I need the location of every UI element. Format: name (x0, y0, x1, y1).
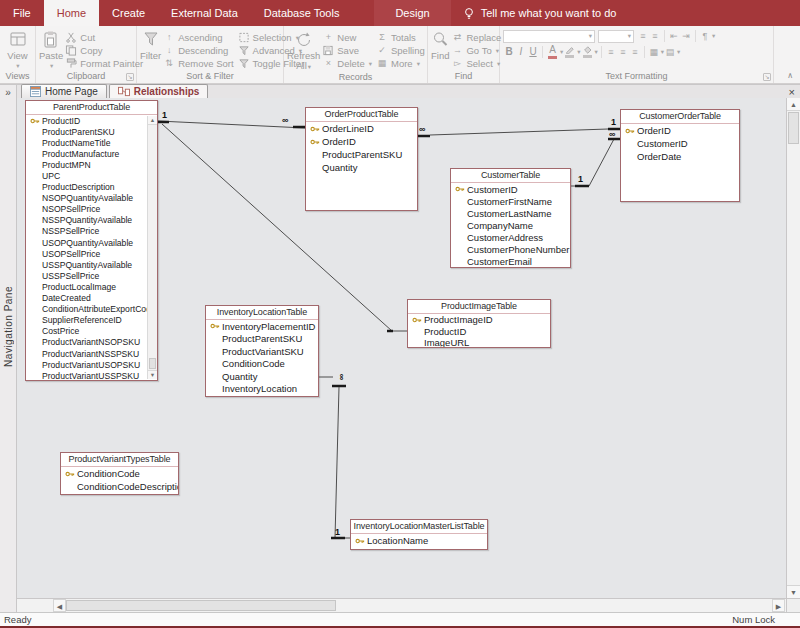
relationship-table[interactable]: InventoryLocationTableInventoryPlacement… (205, 305, 319, 397)
horizontal-scrollbar-thumb[interactable] (66, 600, 336, 611)
save-record-button[interactable]: Save (320, 44, 374, 57)
table-field-row[interactable]: ConditionCode (61, 467, 178, 480)
tell-me-box[interactable]: Tell me what you want to do (451, 0, 629, 26)
relationship-table[interactable]: ProductVariantTypesTableConditionCodeCon… (60, 452, 179, 495)
table-field-row[interactable]: InventoryLocation (206, 383, 318, 396)
gridlines-icon[interactable]: ▦ (648, 47, 660, 58)
find-button[interactable]: Find (431, 28, 449, 61)
table-field-row[interactable]: Quantity (306, 161, 417, 174)
relationship-table[interactable]: InventoryLocationMasterListTableLocation… (350, 519, 488, 550)
table-field-row[interactable]: CustomerID (451, 183, 570, 195)
table-field-row[interactable]: ProductNameTitle (26, 137, 157, 148)
table-field-row[interactable]: NSSPQuantityAvailable (26, 215, 157, 226)
relationship-line[interactable] (571, 139, 614, 186)
bullets-icon[interactable]: ≡ (637, 31, 649, 42)
table-field-row[interactable]: USOPQuantityAvailable (26, 237, 157, 248)
table-field-row[interactable]: USOPSellPrice (26, 248, 157, 259)
table-field-row[interactable]: OrderID (306, 135, 417, 148)
relationships-canvas[interactable]: ParentProductTableProductIDProductParent… (17, 98, 786, 598)
alternate-row-color-icon[interactable]: ▤ (664, 47, 676, 58)
font-color-button[interactable]: A (546, 45, 559, 59)
new-record-button[interactable]: + New (320, 31, 374, 44)
vertical-scrollbar[interactable]: ▲ ▼ (786, 98, 800, 598)
table-field-row[interactable]: USSPQuantityAvailable (26, 259, 157, 270)
table-scrollbar-thumb[interactable] (149, 358, 156, 369)
paste-button[interactable]: Paste ▾ (39, 28, 63, 71)
vertical-scrollbar-thumb[interactable] (788, 112, 799, 144)
scroll-down-icon[interactable]: ▼ (148, 370, 157, 379)
table-title[interactable]: InventoryLocationMasterListTable (351, 520, 487, 534)
table-field-row[interactable]: ImageURL (408, 337, 550, 348)
navigation-pane-collapsed[interactable]: » Navigation Pane (0, 84, 17, 612)
table-field-row[interactable]: CostPrice (26, 326, 157, 337)
table-field-row[interactable]: CustomerFirstName (451, 195, 570, 207)
bold-button[interactable]: B (503, 47, 515, 57)
table-field-row[interactable]: NSOPSellPrice (26, 204, 157, 215)
table-title[interactable]: ProductImageTable (408, 300, 550, 314)
table-field-row[interactable]: CustomerPhoneNumber (451, 243, 570, 255)
horizontal-scrollbar[interactable]: ◀ ▶ (17, 598, 786, 612)
table-field-row[interactable]: ProductID (408, 326, 550, 338)
table-title[interactable]: CustomerOrderTable (621, 110, 739, 124)
table-field-row[interactable]: ProductVariantUSSPSKU (26, 370, 157, 381)
relationship-table[interactable]: ParentProductTableProductIDProductParent… (25, 100, 158, 381)
table-field-row[interactable]: ConditionAttributeExportCode (26, 304, 157, 315)
cut-button[interactable]: Cut (63, 31, 145, 44)
align-right-icon[interactable]: ≡ (629, 47, 641, 58)
table-field-row[interactable]: ProductVariantNSSPSKU (26, 348, 157, 359)
tab-home[interactable]: Home (44, 0, 99, 26)
increase-indent-icon[interactable]: ⇥ (680, 31, 692, 42)
more-button[interactable]: ▦ More ▾ (374, 57, 427, 70)
copy-button[interactable]: Copy (63, 44, 145, 57)
scroll-left-icon[interactable]: ◀ (53, 599, 66, 612)
table-field-row[interactable]: ProductVariantSKU (206, 345, 318, 358)
relationship-table[interactable]: CustomerOrderTableOrderIDCustomerIDOrder… (620, 109, 740, 202)
filter-button[interactable]: Filter (140, 28, 161, 61)
table-scrollbar[interactable]: ▲▼ (147, 116, 157, 379)
font-name-combobox[interactable]: ▾ (503, 30, 595, 43)
tab-design[interactable]: Design (382, 0, 442, 26)
relationship-line[interactable] (430, 129, 608, 135)
table-title[interactable]: ParentProductTable (26, 101, 157, 115)
table-field-row[interactable]: LocationName (351, 534, 487, 547)
table-field-row[interactable]: ProductID (26, 115, 157, 126)
table-field-row[interactable]: OrderID (621, 124, 739, 137)
table-title[interactable]: CustomerTable (451, 169, 570, 183)
select-button[interactable]: ▻ Select ▾ (449, 57, 503, 70)
table-field-row[interactable]: ProductImageID (408, 314, 550, 326)
table-field-row[interactable]: ProductParentSKU (306, 148, 417, 161)
table-field-row[interactable]: CompanyName (451, 219, 570, 231)
view-button[interactable]: View ▾ (3, 28, 32, 71)
table-field-row[interactable]: CustomerEmail (451, 255, 570, 267)
table-field-row[interactable]: OrderDate (621, 150, 739, 163)
table-field-row[interactable]: CustomerAddress (451, 231, 570, 243)
close-document-icon[interactable]: × (789, 86, 795, 98)
font-size-combobox[interactable]: ▾ (598, 30, 634, 43)
table-title[interactable]: OrderProductTable (306, 108, 417, 122)
table-field-row[interactable]: ProductMPN (26, 159, 157, 170)
scroll-down-icon[interactable]: ▼ (787, 585, 800, 598)
expand-navigation-pane-icon[interactable]: » (5, 85, 11, 98)
table-field-row[interactable]: NSOPQuantityAvailable (26, 193, 157, 204)
format-painter-button[interactable]: Format Painter (63, 57, 145, 70)
remove-sort-button[interactable]: ⇅ Remove Sort (161, 57, 235, 70)
table-field-row[interactable]: ProductVariantNSOPSKU (26, 337, 157, 348)
table-field-row[interactable]: CustomerLastName (451, 207, 570, 219)
ascending-button[interactable]: ↑ Ascending (161, 31, 235, 44)
collapse-ribbon-icon[interactable]: ∧ (787, 71, 793, 80)
tab-create[interactable]: Create (99, 0, 158, 26)
tab-file[interactable]: File (0, 0, 44, 26)
table-title[interactable]: ProductVariantTypesTable (61, 453, 178, 467)
relationship-table[interactable]: CustomerTableCustomerIDCustomerFirstName… (450, 168, 571, 268)
table-field-row[interactable]: ProductParentSKU (206, 333, 318, 346)
table-field-row[interactable]: ProductParentSKU (26, 126, 157, 137)
scroll-up-icon[interactable]: ▲ (787, 98, 800, 111)
scroll-right-icon[interactable]: ▶ (772, 599, 785, 612)
italic-button[interactable]: I (515, 47, 527, 57)
totals-button[interactable]: Σ Totals (374, 31, 427, 44)
align-center-icon[interactable]: ≡ (617, 47, 629, 58)
relationship-line[interactable] (158, 121, 305, 128)
go-to-button[interactable]: → Go To ▾ (449, 44, 503, 57)
numbering-icon[interactable]: ≡ (649, 31, 661, 42)
table-field-row[interactable]: ConditionCode (206, 358, 318, 371)
